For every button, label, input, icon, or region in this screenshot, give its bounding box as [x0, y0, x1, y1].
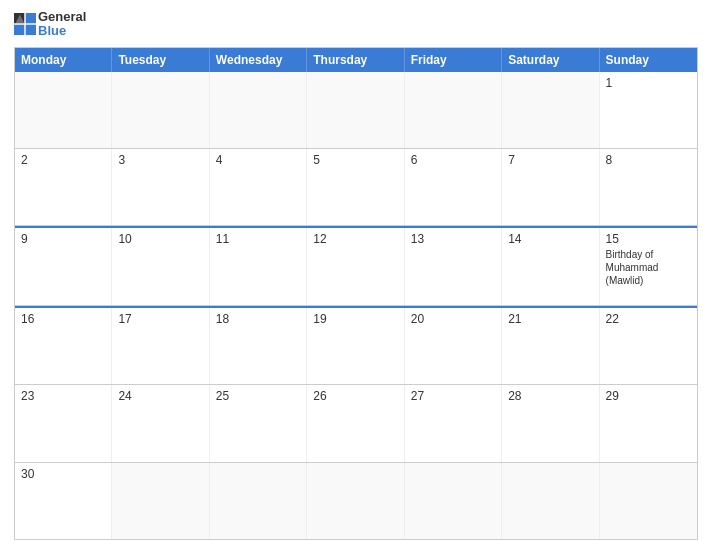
day-header-friday: Friday	[405, 48, 502, 72]
svg-rect-1	[26, 13, 36, 23]
day-number: 5	[313, 153, 397, 167]
day-number: 27	[411, 389, 495, 403]
day-event: Birthday of Muhammad (Mawlid)	[606, 248, 691, 287]
day-number: 16	[21, 312, 105, 326]
logo-icon	[14, 13, 36, 35]
calendar: MondayTuesdayWednesdayThursdayFridaySatu…	[14, 47, 698, 540]
calendar-cell: 15Birthday of Muhammad (Mawlid)	[600, 228, 697, 304]
calendar-cell: 29	[600, 385, 697, 461]
header: General Blue	[14, 10, 698, 39]
calendar-cell: 18	[210, 308, 307, 384]
calendar-cell: 6	[405, 149, 502, 225]
calendar-week-3: 9101112131415Birthday of Muhammad (Mawli…	[15, 226, 697, 305]
day-number: 10	[118, 232, 202, 246]
calendar-cell: 10	[112, 228, 209, 304]
calendar-body: 123456789101112131415Birthday of Muhamma…	[15, 72, 697, 539]
day-number: 6	[411, 153, 495, 167]
calendar-cell	[307, 463, 404, 539]
day-number: 15	[606, 232, 691, 246]
day-number: 4	[216, 153, 300, 167]
calendar-cell: 12	[307, 228, 404, 304]
day-number: 19	[313, 312, 397, 326]
day-number: 30	[21, 467, 105, 481]
calendar-cell	[405, 463, 502, 539]
calendar-cell	[210, 463, 307, 539]
day-header-tuesday: Tuesday	[112, 48, 209, 72]
calendar-cell	[307, 72, 404, 148]
calendar-week-2: 2345678	[15, 149, 697, 226]
day-number: 11	[216, 232, 300, 246]
day-number: 2	[21, 153, 105, 167]
calendar-week-6: 30	[15, 463, 697, 539]
calendar-cell	[112, 72, 209, 148]
calendar-cell: 19	[307, 308, 404, 384]
calendar-cell: 22	[600, 308, 697, 384]
calendar-cell: 28	[502, 385, 599, 461]
calendar-cell: 5	[307, 149, 404, 225]
calendar-cell: 21	[502, 308, 599, 384]
day-header-monday: Monday	[15, 48, 112, 72]
day-number: 20	[411, 312, 495, 326]
calendar-cell: 27	[405, 385, 502, 461]
calendar-cell: 1	[600, 72, 697, 148]
day-number: 24	[118, 389, 202, 403]
calendar-cell: 30	[15, 463, 112, 539]
calendar-cell: 8	[600, 149, 697, 225]
svg-rect-2	[14, 25, 24, 35]
calendar-cell	[112, 463, 209, 539]
calendar-cell: 4	[210, 149, 307, 225]
calendar-cell	[405, 72, 502, 148]
calendar-cell: 13	[405, 228, 502, 304]
calendar-cell: 24	[112, 385, 209, 461]
calendar-header: MondayTuesdayWednesdayThursdayFridaySatu…	[15, 48, 697, 72]
calendar-week-1: 1	[15, 72, 697, 149]
day-header-wednesday: Wednesday	[210, 48, 307, 72]
day-header-thursday: Thursday	[307, 48, 404, 72]
day-number: 18	[216, 312, 300, 326]
day-number: 28	[508, 389, 592, 403]
calendar-cell: 7	[502, 149, 599, 225]
calendar-cell: 17	[112, 308, 209, 384]
day-number: 9	[21, 232, 105, 246]
page: General Blue MondayTuesdayWednesdayThurs…	[0, 0, 712, 550]
calendar-cell: 23	[15, 385, 112, 461]
day-header-sunday: Sunday	[600, 48, 697, 72]
day-number: 1	[606, 76, 691, 90]
day-number: 3	[118, 153, 202, 167]
day-number: 17	[118, 312, 202, 326]
day-number: 22	[606, 312, 691, 326]
calendar-cell: 3	[112, 149, 209, 225]
day-number: 23	[21, 389, 105, 403]
day-number: 13	[411, 232, 495, 246]
calendar-cell: 2	[15, 149, 112, 225]
svg-rect-3	[26, 25, 36, 35]
calendar-week-5: 23242526272829	[15, 385, 697, 462]
calendar-cell	[15, 72, 112, 148]
day-header-saturday: Saturday	[502, 48, 599, 72]
calendar-cell: 9	[15, 228, 112, 304]
day-number: 29	[606, 389, 691, 403]
calendar-cell	[600, 463, 697, 539]
logo-text: General Blue	[38, 10, 86, 39]
calendar-cell	[502, 463, 599, 539]
calendar-cell: 14	[502, 228, 599, 304]
day-number: 25	[216, 389, 300, 403]
day-number: 8	[606, 153, 691, 167]
logo: General Blue	[14, 10, 86, 39]
calendar-cell: 16	[15, 308, 112, 384]
calendar-cell: 11	[210, 228, 307, 304]
day-number: 21	[508, 312, 592, 326]
day-number: 7	[508, 153, 592, 167]
calendar-cell	[502, 72, 599, 148]
calendar-week-4: 16171819202122	[15, 306, 697, 385]
calendar-cell: 20	[405, 308, 502, 384]
day-number: 12	[313, 232, 397, 246]
calendar-cell: 25	[210, 385, 307, 461]
calendar-cell: 26	[307, 385, 404, 461]
day-number: 14	[508, 232, 592, 246]
calendar-cell	[210, 72, 307, 148]
day-number: 26	[313, 389, 397, 403]
